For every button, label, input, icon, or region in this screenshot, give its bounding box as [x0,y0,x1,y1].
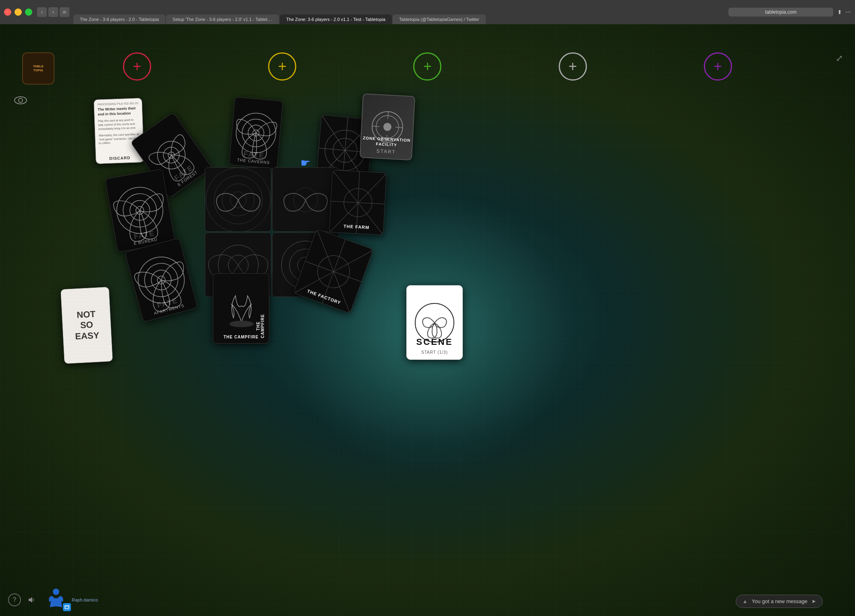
player-buttons: + + + + + [0,52,855,81]
svg-point-1 [19,98,23,102]
observation-card[interactable]: ZONE OBSERVATION FACILITY START [360,93,415,161]
discard-title: The Writer meets their end in this locat… [98,106,139,117]
svg-rect-66 [65,606,69,609]
discard-label: DISCARD [109,156,131,161]
tab-3[interactable]: The Zone: 3-6 players - 2.0 v1.1 - Test … [280,15,392,24]
scene-label: SCENE [407,337,462,347]
browser-actions: ⬆ ⋯ [837,9,851,15]
svg-marker-64 [29,597,32,603]
svg-point-0 [15,97,27,104]
campfire-card[interactable]: THE CAMPFIRE THE CAMPFIRE [213,273,269,344]
bureau-swirl [105,169,175,252]
browser-chrome: ‹ › ⟳ The Zone - 3-6 players - 2.0 - Tab… [0,0,855,24]
card-texture [61,287,112,363]
player-name: Raph.damico [72,597,98,602]
center-tile-tr[interactable] [272,167,339,232]
discard-body: Play this card at any point to take cont… [98,118,139,131]
bottom-bar: ? Raph.damico [0,584,855,616]
tab-4[interactable]: Tabletopia (@TabletopiaGames) / Twitter [393,15,486,24]
svg-point-20 [383,122,391,131]
player-button-red[interactable]: + [123,52,151,81]
player-button-yellow[interactable]: + [268,52,296,81]
more-icon[interactable]: ⋯ [845,9,851,15]
minimize-button[interactable] [15,8,22,16]
player-button-purple[interactable]: + [704,52,732,81]
maximize-button[interactable] [25,8,32,16]
scene-card[interactable]: SCENE START (1/3) [406,285,463,360]
scene-sublabel: START (1/3) [407,350,462,355]
tab-1[interactable]: The Zone - 3-6 players - 2.0 - Tabletopi… [73,15,165,24]
player-button-green[interactable]: + [413,52,441,81]
center-tile-tl[interactable] [205,167,271,232]
tab-bar: The Zone - 3-6 players - 2.0 - Tabletopi… [73,0,724,24]
address-bar[interactable]: tabletopia.com [728,8,833,17]
svg-point-62 [229,321,254,327]
forward-button[interactable]: › [48,7,58,17]
not-so-easy-card[interactable]: NOTSOEASY [60,287,113,364]
player-avatar[interactable] [46,588,70,612]
svg-line-24 [395,127,403,128]
browser-nav: ‹ › ⟳ [37,7,69,17]
share-icon[interactable]: ⬆ [837,9,842,15]
campfire-label: THE CAMPFIRE [256,309,265,344]
refresh-button[interactable]: ⟳ [60,7,69,17]
svg-line-23 [372,126,379,127]
player-name-label: Raph.damico [72,597,98,602]
svg-point-65 [53,589,59,595]
campfire-label-bottom: THE CAMPFIRE [224,335,259,339]
eye-icon[interactable] [14,95,27,108]
svg-line-21 [388,112,388,119]
close-button[interactable] [4,8,11,16]
help-button[interactable]: ? [8,593,21,606]
game-area: TABLETOPIA + + + + + ⤢ PROCESSING FILE #… [0,24,855,616]
fullscreen-button[interactable]: ⤢ [836,53,843,64]
traffic-lights [4,8,32,16]
avatar-card-badge [63,603,71,611]
tab-2[interactable]: Setup 'The Zone - 3-6 players - 2.0' v1.… [166,15,279,24]
farm-card[interactable]: THE FARM [329,170,387,235]
player-button-white[interactable]: + [559,52,587,81]
discard-card[interactable]: PROCESSING FILE #22-201-10 The Writer me… [94,98,144,164]
fate-caverns-card[interactable]: FATE THE CAVERNS [229,97,283,169]
fate-apartments-card[interactable]: FATE APARTMENTS [125,238,198,322]
sound-button[interactable] [25,593,38,606]
discard-file-label: PROCESSING FILE #22-201-10 [98,102,139,106]
back-button[interactable]: ‹ [37,7,47,17]
